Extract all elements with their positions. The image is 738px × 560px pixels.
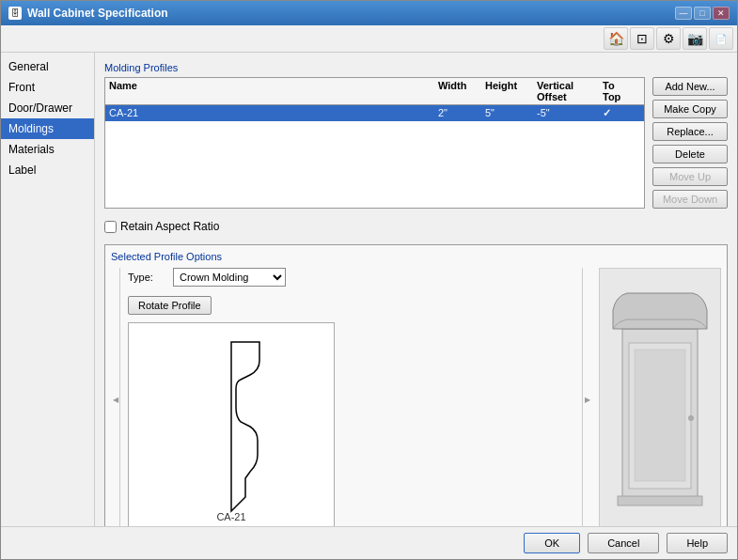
molding-table: Name Width Height VerticalOffset ToTop C… — [104, 77, 645, 209]
type-label: Type: — [128, 272, 165, 283]
profile-svg — [156, 333, 306, 521]
sidebar-item-general[interactable]: General — [1, 56, 94, 77]
row-to-top: ✓ — [603, 107, 640, 119]
molding-profiles-section: Molding Profiles Name Width Height Verti… — [104, 62, 728, 209]
profile-options-title: Selected Profile Options — [111, 251, 721, 262]
svg-rect-2 — [635, 350, 685, 481]
delete-button[interactable]: Delete — [652, 145, 728, 163]
col-vert-offset: VerticalOffset — [537, 80, 603, 102]
col-width: Width — [438, 80, 485, 102]
row-vert-offset: -5" — [537, 107, 603, 119]
sidebar-item-moldings[interactable]: Moldings — [1, 118, 94, 139]
rotate-profile-button[interactable]: Rotate Profile — [128, 296, 212, 315]
selected-profile-options: Selected Profile Options ◀ Type: — [104, 244, 728, 526]
col-name: Name — [109, 80, 438, 102]
replace-button[interactable]: Replace... — [652, 122, 728, 141]
sidebar-item-front[interactable]: Front — [1, 77, 94, 98]
retain-aspect-ratio-label: Retain Aspect Ratio — [120, 220, 219, 233]
profile-and-cabinet: ◀ Type: Crown Molding Base Molding Chair… — [111, 268, 721, 526]
title-controls: — □ ✕ — [675, 7, 730, 20]
col-height: Height — [485, 80, 537, 102]
help-button[interactable]: Help — [667, 533, 728, 553]
svg-point-4 — [688, 415, 694, 421]
add-new-button[interactable]: Add New... — [652, 77, 728, 96]
profile-name-label: CA-21 — [216, 511, 245, 522]
sidebar-item-door-drawer[interactable]: Door/Drawer — [1, 98, 94, 118]
close-button[interactable]: ✕ — [713, 7, 730, 20]
rotate-row: Rotate Profile — [128, 296, 574, 315]
window-title: Wall Cabinet Specification — [27, 7, 168, 20]
sidebar-item-label[interactable]: Label — [1, 160, 94, 180]
new-icon[interactable]: 📄 — [709, 27, 733, 50]
title-bar: 🗄 Wall Cabinet Specification — □ ✕ — [1, 1, 737, 25]
move-up-button[interactable]: Move Up — [652, 167, 728, 186]
minimize-button[interactable]: — — [675, 7, 692, 20]
row-height: 5" — [485, 107, 537, 119]
profile-controls: Type: Crown Molding Base Molding Chair R… — [128, 268, 574, 526]
home-icon[interactable]: 🏠 — [604, 27, 628, 50]
move-down-button[interactable]: Move Down — [652, 190, 728, 209]
retain-aspect-ratio-row: Retain Aspect Ratio — [104, 220, 728, 233]
ok-button[interactable]: OK — [524, 533, 580, 553]
scroll-tab: ◀ — [111, 268, 120, 526]
molding-profiles-label: Molding Profiles — [104, 62, 728, 73]
settings-icon[interactable]: ⚙ — [656, 27, 681, 50]
make-copy-button[interactable]: Make Copy — [652, 100, 728, 118]
row-width: 2" — [438, 107, 485, 119]
main-content-area: Molding Profiles Name Width Height Verti… — [95, 53, 737, 526]
row-name: CA-21 — [109, 107, 438, 119]
type-select[interactable]: Crown Molding Base Molding Chair Rail De… — [173, 268, 286, 287]
cancel-button[interactable]: Cancel — [588, 533, 659, 553]
cabinet-svg — [608, 282, 712, 517]
maximize-button[interactable]: □ — [694, 7, 711, 20]
table-header: Name Width Height VerticalOffset ToTop — [105, 78, 644, 105]
toolbar: 🏠 ⊡ ⚙ 📷 📄 — [1, 25, 737, 53]
bottom-bar: OK Cancel Help — [1, 526, 737, 559]
profile-left-area: ◀ Type: Crown Molding Base Molding Chair… — [111, 268, 574, 526]
table-row[interactable]: CA-21 2" 5" -5" ✓ — [105, 105, 644, 121]
retain-aspect-ratio-checkbox[interactable] — [104, 221, 117, 233]
sidebar: General Front Door/Drawer Moldings Mater… — [1, 53, 95, 526]
sidebar-item-materials[interactable]: Materials — [1, 139, 94, 160]
right-scroll-indicator: ▶ — [585, 396, 590, 404]
content-area: General Front Door/Drawer Moldings Mater… — [1, 53, 737, 526]
col-to-top: ToTop — [603, 80, 640, 102]
camera-icon[interactable]: 📷 — [683, 27, 707, 50]
cabinet-preview — [599, 268, 721, 526]
scroll-indicator: ◀ — [113, 396, 118, 404]
svg-rect-3 — [618, 496, 702, 506]
profile-preview: CA-21 — [128, 322, 335, 526]
main-window: 🗄 Wall Cabinet Specification — □ ✕ 🏠 ⊡ ⚙… — [0, 0, 738, 560]
molding-action-buttons: Add New... Make Copy Replace... Delete M… — [652, 77, 728, 209]
molding-section: Name Width Height VerticalOffset ToTop C… — [104, 77, 728, 209]
window-icon: 🗄 — [8, 7, 22, 20]
right-scroll-tab: ▶ — [582, 268, 591, 526]
type-row: Type: Crown Molding Base Molding Chair R… — [128, 268, 574, 287]
maximize-view-icon[interactable]: ⊡ — [630, 27, 654, 50]
